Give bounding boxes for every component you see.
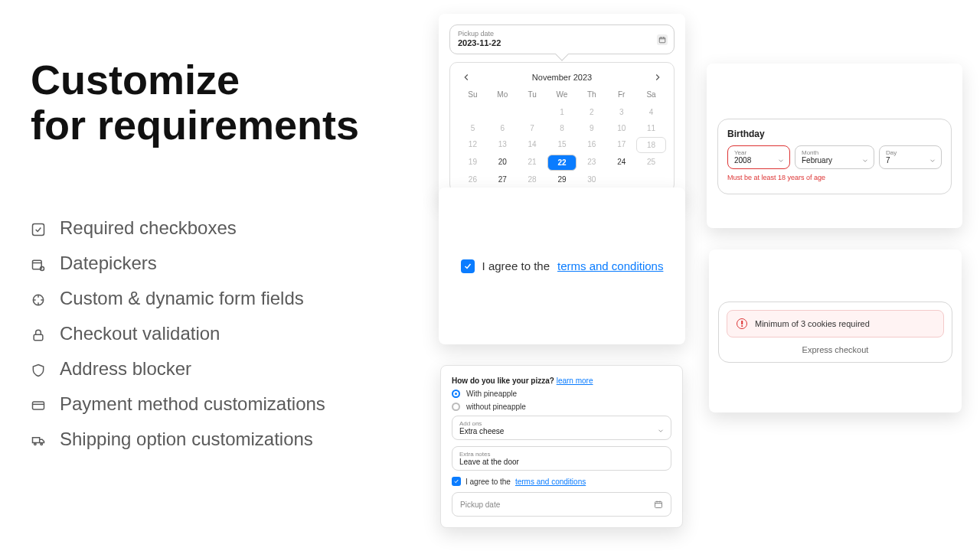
- radio-icon: [452, 403, 460, 411]
- birthday-card: Birthday Year 2008 Month February Day 7 …: [707, 64, 962, 228]
- calendar-day: [488, 105, 518, 119]
- svg-rect-9: [655, 502, 662, 508]
- calendar-day: 30: [577, 172, 606, 187]
- feature-label: Shipping option customizations: [60, 429, 313, 450]
- pointer-icon: [31, 291, 46, 306]
- calendar-day: [636, 172, 666, 187]
- chevron-down-icon: [861, 154, 869, 161]
- validation-card: Minimum of 3 cookies required Express ch…: [709, 249, 962, 412]
- feature-label: Address blocker: [60, 358, 191, 380]
- chevron-down-icon: [777, 154, 785, 161]
- calendar-day: 23: [577, 155, 606, 171]
- terms-card: I agree to the terms and conditions: [439, 187, 685, 344]
- calendar-day: 8: [547, 121, 577, 135]
- radio-label: With pineapple: [466, 390, 517, 398]
- birthday-title: Birthday: [727, 129, 942, 139]
- pickup-date-field[interactable]: Pickup date: [452, 492, 671, 517]
- terms-checkbox[interactable]: [452, 477, 461, 486]
- calendar-day[interactable]: 24: [606, 155, 636, 171]
- checkbox-icon: [31, 220, 46, 236]
- addons-select[interactable]: Add ons Extra cheese: [452, 416, 671, 440]
- field-label: Add ons: [459, 420, 664, 427]
- calendar-day: 26: [458, 172, 488, 187]
- feature-label: Required checkboxes: [60, 217, 237, 239]
- express-checkout-label: Express checkout: [727, 345, 944, 354]
- dow-label: Th: [577, 89, 606, 103]
- calendar-day: 13: [488, 137, 518, 153]
- calendar-cog-icon: [31, 256, 46, 271]
- calendar-day[interactable]: 20: [488, 155, 518, 171]
- lock-icon: [31, 326, 46, 341]
- calendar-day: 15: [547, 137, 577, 153]
- calendar-day: 28: [518, 172, 547, 187]
- feature-item: Address blocker: [31, 358, 413, 380]
- svg-point-6: [34, 443, 37, 445]
- calendar-grid: SuMoTuWeThFrSa12345678910111213141516171…: [458, 89, 666, 187]
- birthday-error: Must be at least 18 years of age: [727, 174, 827, 183]
- truck-icon: [31, 432, 46, 447]
- feature-label: Checkout validation: [60, 323, 220, 344]
- svg-point-2: [41, 266, 44, 270]
- select-label: Day: [886, 149, 935, 156]
- calendar-day: 3: [606, 105, 636, 119]
- calendar-day[interactable]: 29: [547, 172, 577, 187]
- hero-left: Customize for requirements Required chec…: [31, 57, 413, 464]
- day-select[interactable]: Day 7: [879, 145, 942, 169]
- question-text: How do you like your pizza?: [452, 377, 557, 385]
- pickup-date-input[interactable]: Pickup date 2023-11-22: [449, 24, 675, 54]
- feature-item: Payment method customizations: [31, 393, 413, 415]
- svg-rect-4: [34, 334, 43, 341]
- svg-rect-5: [33, 402, 44, 409]
- input-value: 2023-11-22: [458, 38, 666, 47]
- month-select[interactable]: Month February: [795, 145, 874, 169]
- validation-inner: Minimum of 3 cookies required Express ch…: [718, 302, 952, 363]
- next-month-button[interactable]: [652, 72, 663, 83]
- radio-icon: [452, 390, 460, 398]
- radio-without-pineapple[interactable]: without pineapple: [452, 403, 671, 411]
- select-label: Year: [734, 149, 783, 156]
- year-select[interactable]: Year 2008: [727, 145, 790, 169]
- calendar-day: 16: [577, 137, 606, 153]
- radio-label: without pineapple: [466, 403, 526, 411]
- dow-label: Fr: [606, 89, 636, 103]
- pizza-terms-row: I agree to the terms and conditions: [452, 477, 671, 486]
- terms-row: I agree to the terms and conditions: [461, 259, 664, 273]
- terms-checkbox[interactable]: [461, 259, 475, 273]
- calendar-popover: November 2023 SuMoTuWeThFrSa123456789101…: [449, 62, 675, 192]
- chevron-down-icon: [929, 154, 936, 161]
- datepicker-card: Pickup date 2023-11-22 November 2023 SuM…: [439, 14, 685, 203]
- field-value: Extra cheese: [459, 427, 664, 435]
- terms-link[interactable]: terms and conditions: [557, 259, 663, 272]
- feature-label: Custom & dynamic form fields: [60, 288, 304, 309]
- calendar-day: 18: [636, 137, 666, 153]
- field-label: Extra notes: [459, 451, 664, 458]
- calendar-day: 6: [488, 121, 518, 135]
- dow-label: Su: [458, 89, 488, 103]
- title-line1: Customize: [31, 57, 240, 103]
- prev-month-button[interactable]: [461, 72, 472, 83]
- validation-alert: Minimum of 3 cookies required: [727, 310, 944, 337]
- terms-link[interactable]: terms and conditions: [515, 478, 586, 486]
- calendar-icon: [657, 34, 668, 45]
- feature-item: Checkout validation: [31, 323, 413, 344]
- feature-item: Required checkboxes: [31, 217, 413, 239]
- calendar-day[interactable]: 22: [547, 155, 577, 171]
- month-title: November 2023: [532, 73, 592, 82]
- calendar-day: 7: [518, 121, 547, 135]
- calendar-day[interactable]: 27: [488, 172, 518, 187]
- notes-input[interactable]: Extra notes Leave at the door: [452, 446, 671, 471]
- learn-more-link[interactable]: learn more: [557, 377, 593, 385]
- warning-icon: [737, 318, 747, 329]
- credit-card-icon: [31, 396, 46, 412]
- select-label: Month: [802, 149, 867, 156]
- radio-with-pineapple[interactable]: With pineapple: [452, 390, 671, 398]
- pizza-form-card: How do you like your pizza? learn more W…: [440, 365, 683, 528]
- calendar-icon: [654, 500, 663, 509]
- dow-label: Mo: [488, 89, 518, 103]
- title-line2: for requirements: [31, 102, 359, 148]
- dow-label: Tu: [518, 89, 547, 103]
- svg-rect-0: [33, 223, 44, 235]
- svg-rect-8: [659, 37, 665, 43]
- feature-item: Shipping option customizations: [31, 429, 413, 450]
- placeholder-text: Pickup date: [460, 500, 500, 509]
